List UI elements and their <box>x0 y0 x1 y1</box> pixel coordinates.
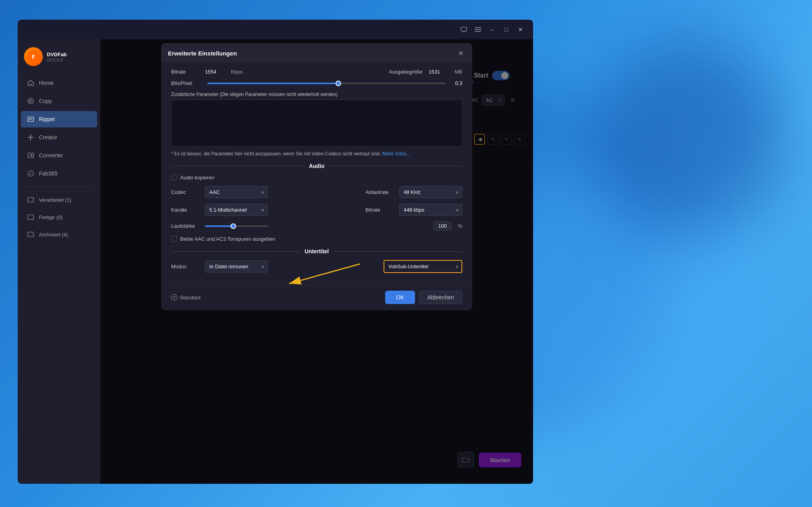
svg-rect-17 <box>28 215 33 219</box>
aac-ac3-row: Beide AAC und AC3 Tonspuren ausgeben <box>171 236 462 242</box>
modal-footer: ↺ Standard OK Abbrechen <box>162 285 472 310</box>
codec-select[interactable]: AAC <box>205 186 268 198</box>
app-name: DVDFab <box>47 52 67 57</box>
sidebar-item-converter[interactable]: Converter <box>21 147 97 164</box>
maximize-btn[interactable]: □ <box>500 24 513 35</box>
svg-rect-18 <box>28 232 33 237</box>
minimize-btn[interactable]: – <box>486 24 498 35</box>
modal-close-btn[interactable]: ✕ <box>456 48 465 58</box>
untertitel-section-label: Untertitel <box>304 248 328 254</box>
ok-btn[interactable]: OK <box>385 291 415 304</box>
percent-label: % <box>458 223 462 229</box>
archiviert-icon <box>27 231 34 238</box>
bitrate-value: 1554 <box>205 69 225 75</box>
modal-title-bar: Erweiterte Einstellungen ✕ <box>162 44 472 63</box>
bitrate-audio-label: Bitrate <box>365 207 393 213</box>
sidebar-item-creator-label: Creator <box>39 134 57 140</box>
logo-avatar: F <box>24 47 43 66</box>
sidebar-item-fertige[interactable]: Fertige (0) <box>21 209 97 225</box>
audio-kopieren-checkbox[interactable] <box>171 175 177 181</box>
modal-title: Erweiterte Einstellungen <box>168 50 237 57</box>
standard-btn[interactable]: ↺ Standard <box>171 294 201 301</box>
vobsub-select[interactable]: VobSub-Untertitel <box>384 260 462 273</box>
kanaele-bitrate-row: Kanäle 5.1-Multichannel ▼ Bitrate <box>171 204 462 216</box>
creator-icon <box>27 134 34 141</box>
monitor-icon-btn[interactable] <box>458 24 470 35</box>
lautstaerke-slider[interactable] <box>205 225 268 227</box>
monitor-icon <box>461 26 467 33</box>
bitrate-audio-select[interactable]: 448 kbps <box>399 204 462 216</box>
sidebar-item-copy-label: Copy <box>39 98 52 104</box>
abtastrate-select[interactable]: 48 KHz <box>399 186 462 198</box>
svg-rect-0 <box>461 27 467 31</box>
sidebar-item-archiviert[interactable]: Archiviert (4) <box>21 226 97 243</box>
lautstaerke-row: Lautstärke 100 % <box>171 221 462 230</box>
untertitel-section-divider: Untertitel <box>171 248 462 254</box>
svg-point-8 <box>28 98 33 104</box>
standard-label: Standard <box>180 295 201 301</box>
sidebar-item-verarbeitet[interactable]: Verarbeitet (1) <box>21 192 97 208</box>
sidebar-item-fab365[interactable]: F Fab365 <box>21 165 97 182</box>
volume-thumb <box>231 223 236 229</box>
mehr-infos-link-modal[interactable]: Mehr Infos... <box>382 151 411 157</box>
abtastrate-label: Abtastrate <box>365 189 393 195</box>
modal-overlay: Erweiterte Einstellungen ✕ Bitrate 1554 … <box>100 39 533 484</box>
untertitel-divider-left <box>171 251 301 252</box>
bits-pixel-slider[interactable] <box>207 83 446 84</box>
aac-ac3-checkbox[interactable] <box>171 236 177 242</box>
audio-kopieren-label: Audio kopieren <box>180 175 214 181</box>
menu-icon-btn[interactable] <box>472 24 484 35</box>
abtastrate-select-wrapper: 48 KHz ▼ <box>399 186 462 198</box>
title-bar-controls: – □ ✕ <box>458 24 527 35</box>
cancel-btn[interactable]: Abbrechen <box>419 291 462 304</box>
kanaele-select-wrapper: 5.1-Multichannel ▼ <box>205 204 268 216</box>
modus-select[interactable]: In Datei remuxen <box>205 260 268 273</box>
app-version: 13.0.3.3 <box>47 57 67 62</box>
main-content: Bereit zum Start abe auf jedem Gerät. Me… <box>100 39 533 484</box>
warning-text: * Es ist besser, die Parameter hier nich… <box>171 151 462 157</box>
fertige-icon <box>27 214 34 221</box>
sidebar-divider <box>24 186 94 187</box>
bitrate-row: Bitrate 1554 Kbps Ausgabegröße 1531 MB <box>171 69 462 75</box>
bitrate-label: Bitrate <box>171 69 199 75</box>
ausgabe-unit: MB <box>455 69 463 75</box>
modus-label: Modus <box>171 264 199 269</box>
dvdfab-logo-icon: F <box>26 50 41 64</box>
sidebar-item-ripper-label: Ripper <box>39 116 55 122</box>
app-body: F DVDFab 13.0.3.3 Home Copy <box>18 39 533 484</box>
volume-fill <box>205 225 233 227</box>
verarbeitet-icon <box>27 196 34 203</box>
sidebar-item-ripper[interactable]: Ripper <box>21 111 97 127</box>
svg-rect-10 <box>28 117 33 122</box>
codec-abtastrate-row: Codec AAC ▼ Abtastrate <box>171 186 462 198</box>
sidebar: F DVDFab 13.0.3.3 Home Copy <box>18 39 100 484</box>
close-btn[interactable]: ✕ <box>514 24 527 35</box>
sidebar-item-converter-label: Converter <box>39 152 63 159</box>
sidebar-logo: F DVDFab 13.0.3.3 <box>18 43 100 74</box>
extra-params-label: Zusätzliche Parameter (Die obigen Parame… <box>171 92 462 97</box>
vobsub-select-wrapper: VobSub-Untertitel ▼ <box>384 260 462 273</box>
bits-pixel-value: 0.3 <box>450 80 462 86</box>
extra-params-textarea[interactable] <box>171 100 462 147</box>
divider-line-right <box>328 166 462 166</box>
logo-info: DVDFab 13.0.3.3 <box>47 52 67 62</box>
app-window: – □ ✕ F DVDFab 13.0.3.3 <box>18 20 533 484</box>
sidebar-item-creator[interactable]: Creator <box>21 129 97 146</box>
home-icon <box>27 79 34 87</box>
codec-label: Codec <box>171 189 199 195</box>
untertitel-divider-right <box>333 251 462 252</box>
lautstaerke-value: 100 <box>434 221 451 230</box>
modal-dialog: Erweiterte Einstellungen ✕ Bitrate 1554 … <box>161 43 472 310</box>
modal-body: Bitrate 1554 Kbps Ausgabegröße 1531 MB B… <box>162 63 472 285</box>
kanaele-select[interactable]: 5.1-Multichannel <box>205 204 268 216</box>
sidebar-item-fab365-label: Fab365 <box>39 170 57 177</box>
bits-pixel-label: Bits/Pixel <box>171 80 203 86</box>
sidebar-item-fertige-label: Fertige (0) <box>39 214 63 220</box>
sidebar-item-home[interactable]: Home <box>21 75 97 91</box>
aac-ac3-label: Beide AAC und AC3 Tonspuren ausgeben <box>180 236 275 242</box>
title-bar: – □ ✕ <box>18 20 533 39</box>
sidebar-item-copy[interactable]: Copy <box>21 93 97 109</box>
modus-row: Modus In Datei remuxen ▼ VobSub-Unter <box>171 260 462 273</box>
slider-thumb <box>336 81 341 86</box>
bitrate-audio-select-wrapper: 448 kbps ▼ <box>399 204 462 216</box>
